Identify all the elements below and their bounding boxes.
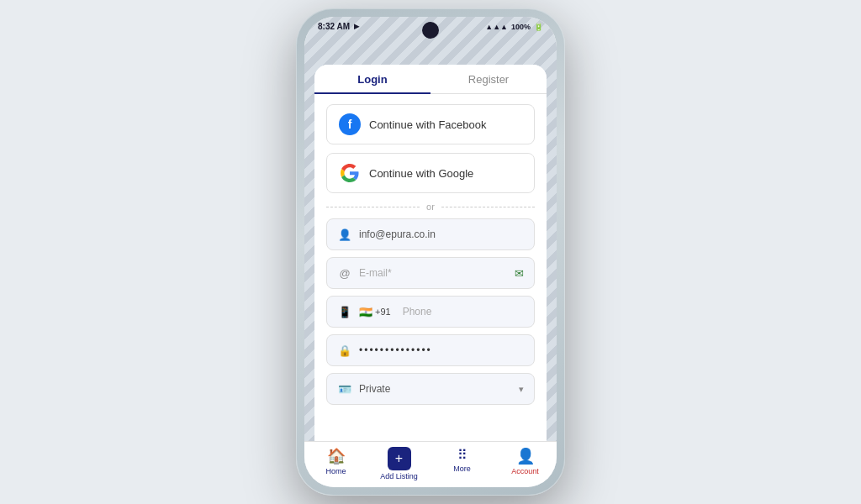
username-field[interactable]: 👤 info@epura.co.in <box>326 218 535 250</box>
bottom-nav: 🏠 Home + Add Listing ⠿ More 👤 Account <box>304 441 557 487</box>
password-field[interactable]: 🔒 •••••••••••••• <box>326 334 535 366</box>
nav-add-listing-label: Add Listing <box>380 472 418 480</box>
auth-tabs: Login Register <box>314 65 547 94</box>
password-dots: •••••••••••••• <box>359 344 524 356</box>
status-time: 8:32 AM ▶ <box>318 22 359 31</box>
username-value: info@epura.co.in <box>359 228 524 240</box>
facebook-login-button[interactable]: f Continue with Facebook <box>326 104 535 144</box>
tab-register[interactable]: Register <box>430 65 547 93</box>
more-icon: ⠿ <box>457 447 467 463</box>
tab-login[interactable]: Login <box>314 65 430 94</box>
nav-home[interactable]: 🏠 Home <box>304 447 367 480</box>
nav-account-label: Account <box>511 467 539 475</box>
id-card-icon: 🪪 <box>337 381 352 396</box>
nav-home-label: Home <box>325 467 346 475</box>
account-icon: 👤 <box>516 447 535 465</box>
phone-field[interactable]: 📱 🇮🇳 +91 Phone <box>326 296 535 328</box>
nav-more[interactable]: ⠿ More <box>430 447 494 480</box>
dropdown-chevron-icon: ▾ <box>519 384 524 395</box>
header-space <box>304 34 557 65</box>
or-divider: or <box>326 202 535 212</box>
phone-country: 🇮🇳 +91 <box>359 306 391 318</box>
account-type-value: Private <box>359 383 512 395</box>
google-login-button[interactable]: Continue with Google <box>326 153 535 193</box>
add-listing-icon: + <box>388 447 411 470</box>
content-card: Login Register f Continue with Facebook <box>314 65 547 441</box>
nav-add-listing[interactable]: + Add Listing <box>367 447 430 480</box>
google-button-label: Continue with Google <box>369 167 473 180</box>
status-icons: ▲▲▲ 100% 🔋 <box>485 23 543 31</box>
account-type-field[interactable]: 🪪 Private ▾ <box>326 373 535 405</box>
phone-frame: 8:32 AM ▶ ▲▲▲ 100% 🔋 Login Register <box>296 8 565 496</box>
phone-icon: 📱 <box>337 304 352 319</box>
google-icon <box>339 162 361 184</box>
nav-account[interactable]: 👤 Account <box>494 447 557 480</box>
camera-notch <box>422 22 439 39</box>
home-icon: 🏠 <box>327 447 346 465</box>
email-check-icon: ✉ <box>515 267 524 280</box>
form-area: f Continue with Facebook Continue with G… <box>314 94 547 441</box>
facebook-icon: f <box>339 113 361 135</box>
nav-more-label: More <box>453 465 471 473</box>
phone-placeholder: Phone <box>403 306 524 318</box>
email-field[interactable]: @ E-mail* ✉ <box>326 257 535 289</box>
status-bar: 8:32 AM ▶ ▲▲▲ 100% 🔋 <box>304 17 557 34</box>
email-icon: @ <box>337 265 352 281</box>
email-placeholder: E-mail* <box>359 267 508 279</box>
user-icon: 👤 <box>337 227 352 242</box>
lock-icon: 🔒 <box>337 343 352 358</box>
facebook-button-label: Continue with Facebook <box>369 118 486 131</box>
